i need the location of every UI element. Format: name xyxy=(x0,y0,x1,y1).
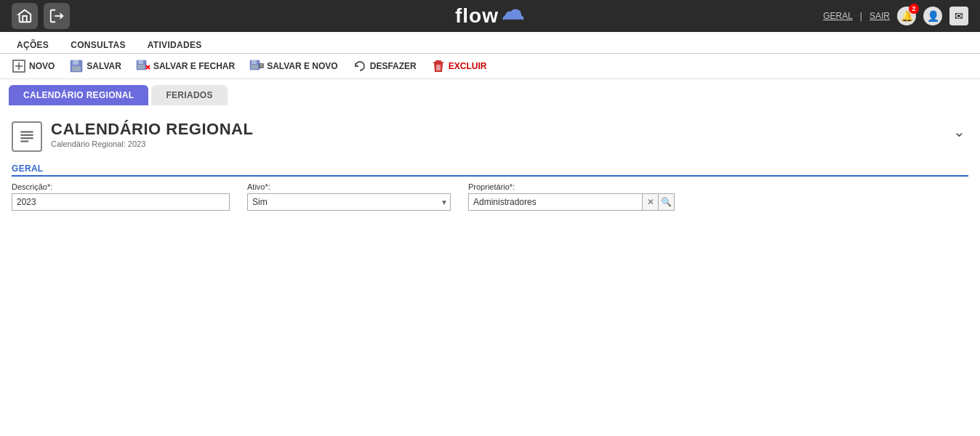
tab-feriados-label: FERIADOS xyxy=(166,90,212,100)
salvar-novo-label: SALVAR E NOVO xyxy=(267,61,338,71)
ativo-select[interactable]: Sim Não xyxy=(247,193,451,211)
menu-tab-acoes[interactable]: AÇÕES xyxy=(6,36,60,53)
brand-center: flow xyxy=(455,4,525,28)
nav-sep: | xyxy=(860,11,862,21)
exit-button[interactable] xyxy=(44,3,70,29)
proprietario-input-group: ✕ 🔍 xyxy=(468,193,675,211)
mail-icon[interactable]: ✉ xyxy=(949,7,968,25)
page-header-left: CALENDÁRIO REGIONAL Calendário Regional:… xyxy=(12,120,253,152)
descricao-input[interactable] xyxy=(12,193,230,211)
tab-calendario-regional[interactable]: CALENDÁRIO REGIONAL xyxy=(9,85,148,105)
collapse-button[interactable]: ⌄ xyxy=(950,120,968,143)
ativo-select-wrapper: Sim Não ▼ xyxy=(247,193,451,211)
salvar-fechar-button[interactable]: SALVAR E FECHAR xyxy=(130,57,241,76)
desfazer-icon xyxy=(353,59,367,73)
field-proprietario: Proprietário*: ✕ 🔍 xyxy=(468,182,675,211)
navbar-right: GERAL | SAIR 🔔 2 👤 ✉ xyxy=(823,7,968,25)
brand-name: flow xyxy=(455,4,499,28)
novo-label: NOVO xyxy=(29,61,55,71)
excluir-icon xyxy=(431,59,446,73)
notification-bell[interactable]: 🔔 2 xyxy=(897,7,916,25)
proprietario-clear-button[interactable]: ✕ xyxy=(643,193,659,211)
desfazer-button[interactable]: DESFAZER xyxy=(347,57,422,76)
geral-link[interactable]: GERAL xyxy=(823,11,853,21)
excluir-button[interactable]: EXCLUIR xyxy=(425,57,493,76)
desfazer-label: DESFAZER xyxy=(370,61,417,71)
excluir-label: EXCLUIR xyxy=(449,61,487,71)
section-geral: GERAL xyxy=(12,164,968,177)
svg-rect-22 xyxy=(433,62,443,63)
svg-rect-16 xyxy=(252,60,257,64)
field-descricao: Descrição*: xyxy=(12,182,230,211)
sair-link[interactable]: SAIR xyxy=(869,11,890,21)
svg-rect-21 xyxy=(435,60,441,62)
proprietario-input[interactable] xyxy=(468,193,643,211)
page-title-block: CALENDÁRIO REGIONAL Calendário Regional:… xyxy=(51,120,253,148)
salvar-button[interactable]: SALVAR xyxy=(63,57,127,76)
svg-rect-17 xyxy=(251,65,258,69)
tab-feriados[interactable]: FERIADOS xyxy=(151,85,227,105)
brand-cloud-icon xyxy=(502,7,525,25)
novo-button[interactable]: NOVO xyxy=(6,57,60,76)
salvar-novo-icon xyxy=(249,59,264,73)
svg-rect-9 xyxy=(72,66,81,71)
content-area: CALENDÁRIO REGIONAL Calendário Regional:… xyxy=(0,105,980,219)
menu-tab-atividades[interactable]: ATIVIDADES xyxy=(137,36,213,53)
salvar-fechar-icon xyxy=(136,59,150,73)
field-ativo: Ativo*: Sim Não ▼ xyxy=(247,182,451,211)
salvar-novo-button[interactable]: SALVAR E NOVO xyxy=(244,57,344,76)
page-header: CALENDÁRIO REGIONAL Calendário Regional:… xyxy=(12,114,968,152)
notification-badge: 2 xyxy=(909,4,919,14)
svg-rect-11 xyxy=(138,60,143,64)
salvar-label: SALVAR xyxy=(87,61,121,71)
top-navbar: flow GERAL | SAIR 🔔 2 👤 ✉ xyxy=(0,0,980,32)
page-subtitle: Calendário Regional: 2023 xyxy=(51,140,253,148)
svg-rect-8 xyxy=(73,60,79,65)
page-tabs: CALENDÁRIO REGIONAL FERIADOS xyxy=(0,79,980,105)
proprietario-label: Proprietário*: xyxy=(468,182,675,191)
user-avatar-icon[interactable]: 👤 xyxy=(923,7,942,25)
page-title: CALENDÁRIO REGIONAL xyxy=(51,120,253,139)
salvar-fechar-label: SALVAR E FECHAR xyxy=(153,61,235,71)
svg-point-3 xyxy=(510,9,521,20)
proprietario-search-button[interactable]: 🔍 xyxy=(659,193,675,211)
ativo-label: Ativo*: xyxy=(247,182,451,191)
svg-rect-12 xyxy=(137,65,145,69)
navbar-left xyxy=(12,3,70,29)
menu-tab-consultas[interactable]: CONSULTAS xyxy=(60,36,137,53)
toolbar: NOVO SALVAR SALVAR E FECHAR xyxy=(0,54,980,79)
descricao-label: Descrição*: xyxy=(12,182,230,191)
page-record-icon xyxy=(12,121,42,152)
menu-tabs: AÇÕES CONSULTAS ATIVIDADES xyxy=(0,32,980,54)
form-row-main: Descrição*: Ativo*: Sim Não ▼ Proprietár… xyxy=(12,182,968,211)
tab-calendario-regional-label: CALENDÁRIO REGIONAL xyxy=(23,90,134,100)
salvar-icon xyxy=(69,59,84,73)
home-button[interactable] xyxy=(12,3,38,29)
novo-icon xyxy=(12,59,26,73)
